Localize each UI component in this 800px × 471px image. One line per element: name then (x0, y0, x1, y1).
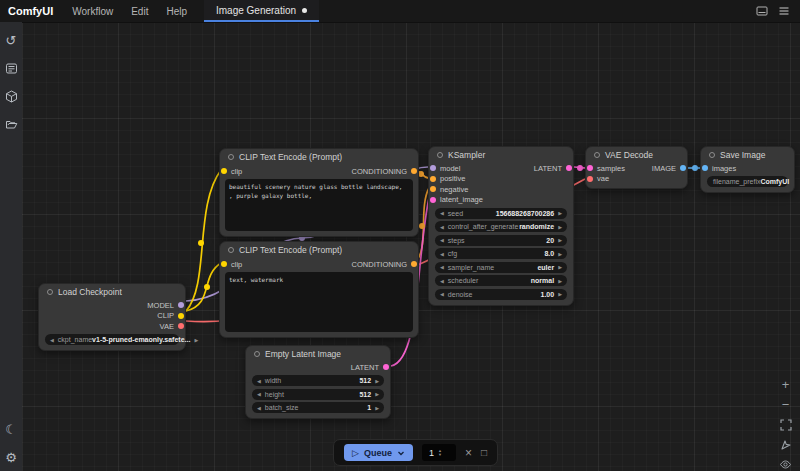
port-dot-conditioning[interactable] (411, 261, 417, 267)
zoom-in-button[interactable]: + (777, 376, 794, 393)
prev-arrow-icon[interactable]: ◀ (257, 378, 261, 384)
next-arrow-icon[interactable]: ▶ (375, 391, 379, 397)
next-arrow-icon[interactable]: ▶ (558, 291, 562, 297)
node-title-bar[interactable]: VAE Decode (586, 147, 687, 163)
port-dot-clip[interactable] (221, 168, 227, 174)
port-dot-model[interactable] (430, 165, 436, 171)
panel-toggle-icon[interactable] (756, 5, 768, 17)
port-dot-image[interactable] (702, 165, 708, 171)
collapse-dot-icon[interactable] (228, 154, 234, 160)
port-dot-image[interactable] (680, 165, 686, 171)
node-ksampler[interactable]: KSampler model positive negative lat (428, 146, 574, 306)
port-dot-latent[interactable] (566, 165, 572, 171)
control-after-generate-widget[interactable]: ◀control_after_generate randomize▶ (435, 221, 567, 232)
node-title-bar[interactable]: Save Image (701, 147, 794, 163)
input-images[interactable]: images (701, 163, 794, 174)
queue-button[interactable]: ▷ Queue (344, 444, 413, 461)
output-clip[interactable]: CLIP (39, 311, 185, 322)
prev-arrow-icon[interactable]: ◀ (440, 264, 444, 270)
next-arrow-icon[interactable]: ▶ (558, 224, 562, 230)
input-negative[interactable]: negative (429, 184, 486, 195)
node-title-bar[interactable]: Empty Latent Image (246, 346, 390, 362)
node-load-checkpoint[interactable]: Load Checkpoint MODEL CLIP VAE ◀ ckpt_na… (38, 283, 186, 351)
input-clip[interactable]: clip (220, 259, 245, 270)
batch-size-widget[interactable]: ◀batch_size 1▶ (252, 402, 384, 413)
input-positive[interactable]: positive (429, 174, 486, 185)
port-dot-vae[interactable] (587, 176, 593, 182)
theme-toggle-icon[interactable]: ☾ (0, 415, 22, 443)
input-model[interactable]: model (429, 163, 486, 174)
input-vae[interactable]: vae (586, 174, 628, 185)
port-dot-latent[interactable] (587, 165, 593, 171)
app-logo[interactable]: ComfyUI (0, 0, 63, 22)
model-library-icon[interactable] (0, 82, 22, 110)
node-library-icon[interactable] (0, 54, 22, 82)
collapse-dot-icon[interactable] (228, 247, 234, 253)
output-model[interactable]: MODEL (39, 300, 185, 311)
output-conditioning[interactable]: CONDITIONING (349, 166, 418, 177)
port-dot-model[interactable] (178, 302, 184, 308)
run-count-input[interactable]: 1 ▲▼ (422, 444, 456, 461)
node-vae-decode[interactable]: VAE Decode samples vae IMAGE (585, 146, 688, 189)
workflow-tab[interactable]: Image Generation (204, 0, 319, 22)
stop-icon[interactable]: □ (481, 447, 487, 458)
select-mode-button[interactable] (777, 436, 794, 453)
prev-arrow-icon[interactable]: ◀ (257, 405, 261, 411)
node-title-bar[interactable]: CLIP Text Encode (Prompt) (220, 242, 418, 258)
steps-widget[interactable]: ◀steps 20▶ (435, 235, 567, 246)
prev-arrow-icon[interactable]: ◀ (440, 224, 444, 230)
port-dot-latent[interactable] (383, 364, 389, 370)
menu-workflow[interactable]: Workflow (63, 0, 122, 22)
node-clip-text-encode-negative[interactable]: CLIP Text Encode (Prompt) clip CONDITION… (219, 241, 419, 338)
menu-edit[interactable]: Edit (122, 0, 157, 22)
next-arrow-icon[interactable]: ▶ (558, 264, 562, 270)
settings-icon[interactable]: ⚙ (0, 443, 22, 471)
output-conditioning[interactable]: CONDITIONING (349, 259, 418, 270)
port-dot-conditioning[interactable] (430, 186, 436, 192)
next-arrow-icon[interactable]: ▶ (194, 337, 198, 343)
seed-widget[interactable]: ◀seed 156688268700286▶ (435, 208, 567, 219)
collapse-dot-icon[interactable] (47, 289, 53, 295)
menu-list-icon[interactable] (778, 5, 790, 17)
collapse-dot-icon[interactable] (594, 152, 600, 158)
input-samples[interactable]: samples (586, 163, 628, 174)
port-dot-vae[interactable] (178, 323, 184, 329)
prev-arrow-icon[interactable]: ◀ (50, 337, 54, 343)
input-clip[interactable]: clip (220, 166, 245, 177)
workflows-folder-icon[interactable] (0, 110, 22, 138)
output-latent[interactable]: LATENT (531, 163, 573, 174)
next-arrow-icon[interactable]: ▶ (375, 378, 379, 384)
sampler-name-widget[interactable]: ◀sampler_name euler▶ (435, 262, 567, 273)
prompt-text-field[interactable]: beautiful scenery nature glass bottle la… (225, 179, 413, 231)
menu-help[interactable]: Help (157, 0, 196, 22)
collapse-dot-icon[interactable] (254, 351, 260, 357)
prompt-text-field[interactable]: text, watermark (225, 272, 413, 332)
next-arrow-icon[interactable]: ▶ (558, 210, 562, 216)
node-clip-text-encode-positive[interactable]: CLIP Text Encode (Prompt) clip CONDITION… (219, 148, 419, 237)
next-arrow-icon[interactable]: ▶ (558, 278, 562, 284)
prev-arrow-icon[interactable]: ◀ (257, 391, 261, 397)
width-widget[interactable]: ◀width 512▶ (252, 375, 384, 386)
output-image[interactable]: IMAGE (649, 163, 687, 184)
port-dot-latent[interactable] (430, 197, 436, 203)
count-spinner[interactable]: ▲▼ (438, 449, 442, 457)
output-vae[interactable]: VAE (39, 321, 185, 332)
scheduler-widget[interactable]: ◀scheduler normal▶ (435, 275, 567, 286)
node-save-image[interactable]: Save Image images filename_prefix ComfyU… (700, 146, 795, 193)
prev-arrow-icon[interactable]: ◀ (440, 210, 444, 216)
output-latent[interactable]: LATENT (246, 362, 390, 373)
collapse-dot-icon[interactable] (437, 152, 443, 158)
port-dot-clip[interactable] (178, 313, 184, 319)
clear-queue-icon[interactable]: × (465, 446, 472, 460)
port-dot-clip[interactable] (221, 261, 227, 267)
prev-arrow-icon[interactable]: ◀ (440, 237, 444, 243)
next-arrow-icon[interactable]: ▶ (558, 251, 562, 257)
prev-arrow-icon[interactable]: ◀ (440, 251, 444, 257)
port-dot-conditioning[interactable] (411, 168, 417, 174)
zoom-out-button[interactable]: − (777, 396, 794, 413)
node-title-bar[interactable]: KSampler (429, 147, 573, 163)
next-arrow-icon[interactable]: ▶ (558, 237, 562, 243)
node-empty-latent-image[interactable]: Empty Latent Image LATENT ◀width 512▶ ◀h… (245, 345, 391, 419)
port-dot-conditioning[interactable] (430, 176, 436, 182)
cfg-widget[interactable]: ◀cfg 8.0▶ (435, 248, 567, 259)
